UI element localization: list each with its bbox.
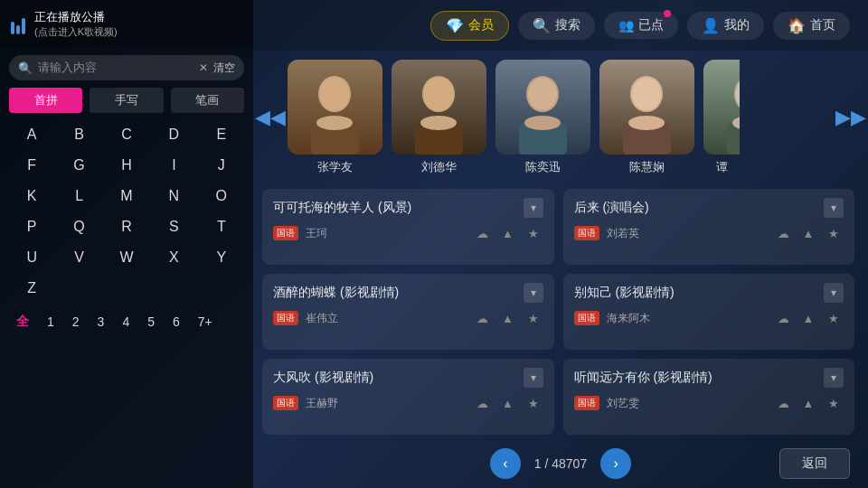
play-icon-5[interactable]: ▲: [498, 393, 518, 413]
download-icon-6[interactable]: ☁: [773, 393, 793, 413]
key-all[interactable]: 全: [9, 308, 36, 335]
song-expand-5[interactable]: ▾: [524, 368, 543, 388]
key-P[interactable]: P: [9, 212, 54, 241]
lang-badge-2: 国语: [574, 226, 599, 240]
song-item-4[interactable]: 别知己 (影视剧情) ▾ 国语 海来阿木 ☁ ▲ ★: [563, 274, 855, 350]
download-icon-3[interactable]: ☁: [473, 308, 493, 328]
clear-x-icon[interactable]: ✕: [199, 61, 208, 74]
song-expand-6[interactable]: ▾: [824, 368, 844, 388]
mine-button[interactable]: 👤 我的: [687, 12, 764, 40]
star-icon-4[interactable]: ★: [824, 308, 844, 328]
search-nav-button[interactable]: 🔍 搜索: [518, 12, 595, 40]
song-expand-4[interactable]: ▾: [824, 283, 844, 303]
song-item-1[interactable]: 可可托海的牧羊人 (风景) ▾ 国语 王珂 ☁ ▲ ★: [262, 189, 554, 265]
star-icon-3[interactable]: ★: [524, 308, 543, 328]
key-J[interactable]: J: [199, 151, 244, 180]
artist-name-3: 陈奕迅: [495, 159, 590, 175]
queued-button[interactable]: 👥 已点: [604, 12, 678, 39]
key-U[interactable]: U: [9, 243, 54, 272]
star-icon-5[interactable]: ★: [524, 393, 543, 413]
key-D[interactable]: D: [151, 120, 196, 149]
pinyin-button[interactable]: 首拼: [9, 88, 82, 113]
play-icon-2[interactable]: ▲: [798, 223, 818, 243]
key-L[interactable]: L: [56, 182, 101, 211]
home-icon: 🏠: [788, 17, 806, 34]
key-Q[interactable]: Q: [56, 212, 101, 241]
song-expand-3[interactable]: ▾: [524, 283, 543, 303]
song-title-1: 可可托海的牧羊人 (风景): [273, 200, 524, 216]
key-5[interactable]: 5: [140, 309, 162, 334]
stroke-button[interactable]: 笔画: [171, 88, 244, 113]
key-T[interactable]: T: [199, 212, 244, 241]
key-7plus[interactable]: 7+: [191, 309, 220, 334]
key-S[interactable]: S: [151, 212, 196, 241]
star-icon-1[interactable]: ★: [524, 223, 543, 243]
download-icon-5[interactable]: ☁: [473, 393, 493, 413]
artist-card-4[interactable]: 陈慧娴: [599, 60, 694, 175]
key-N[interactable]: N: [151, 182, 196, 211]
key-K[interactable]: K: [9, 182, 54, 211]
audio-bars-icon: [11, 14, 25, 34]
artist-card-5[interactable]: 谭: [703, 60, 740, 175]
key-6[interactable]: 6: [165, 309, 187, 334]
clear-button[interactable]: 清空: [213, 61, 235, 76]
key-Y[interactable]: Y: [199, 243, 244, 272]
artist-photo-3: [495, 60, 590, 155]
star-icon-6[interactable]: ★: [824, 393, 844, 413]
song-item-3[interactable]: 酒醉的蝴蝶 (影视剧情) ▾ 国语 崔伟立 ☁ ▲ ★: [262, 274, 554, 350]
now-playing[interactable]: 正在播放公播 (点击进入K歌视频): [0, 0, 253, 48]
key-F[interactable]: F: [9, 151, 54, 180]
play-icon-3[interactable]: ▲: [498, 308, 518, 328]
download-icon-2[interactable]: ☁: [773, 223, 793, 243]
play-icon-1[interactable]: ▲: [498, 223, 518, 243]
play-icon-4[interactable]: ▲: [798, 308, 818, 328]
key-2[interactable]: 2: [65, 309, 87, 334]
artist-card-2[interactable]: 刘德华: [392, 60, 486, 175]
artist-card-3[interactable]: 陈奕迅: [495, 60, 590, 175]
key-V[interactable]: V: [56, 243, 101, 272]
carousel-next-button[interactable]: ▶▶: [834, 90, 868, 145]
svg-point-2: [320, 78, 349, 110]
song-item-2[interactable]: 后来 (演唱会) ▾ 国语 刘若英 ☁ ▲ ★: [563, 189, 855, 265]
song-artist-6: 刘艺雯: [607, 396, 767, 411]
top-navigation: 💎 会员 🔍 搜索 👥 已点 👤 我的 🏠 首页: [253, 0, 868, 51]
key-A[interactable]: A: [9, 120, 54, 149]
key-W[interactable]: W: [104, 243, 149, 272]
song-expand-2[interactable]: ▾: [824, 198, 844, 218]
key-R[interactable]: R: [104, 212, 149, 241]
key-3[interactable]: 3: [90, 309, 112, 334]
key-M[interactable]: M: [104, 182, 149, 211]
diamond-icon: 💎: [446, 17, 464, 34]
key-4[interactable]: 4: [115, 309, 137, 334]
handwrite-button[interactable]: 手写: [90, 88, 163, 113]
download-icon-4[interactable]: ☁: [773, 308, 793, 328]
svg-point-4: [316, 116, 353, 130]
key-E[interactable]: E: [199, 120, 244, 149]
total-pages: 48707: [552, 456, 587, 471]
key-G[interactable]: G: [56, 151, 101, 180]
song-item-5[interactable]: 大风吹 (影视剧情) ▾ 国语 王赫野 ☁ ▲ ★: [262, 359, 554, 435]
key-B[interactable]: B: [56, 120, 101, 149]
song-title-4: 别知己 (影视剧情): [574, 285, 825, 301]
song-expand-1[interactable]: ▾: [524, 198, 543, 218]
key-1[interactable]: 1: [40, 309, 61, 334]
key-I[interactable]: I: [151, 151, 196, 180]
key-C[interactable]: C: [104, 120, 149, 149]
home-button[interactable]: 🏠 首页: [773, 12, 850, 40]
key-X[interactable]: X: [151, 243, 196, 272]
next-page-button[interactable]: ›: [600, 448, 631, 479]
artist-card-1[interactable]: 张学友: [288, 60, 382, 175]
star-icon-2[interactable]: ★: [824, 223, 844, 243]
download-icon-1[interactable]: ☁: [473, 223, 493, 243]
key-Z[interactable]: Z: [9, 274, 54, 303]
play-icon-6[interactable]: ▲: [798, 393, 818, 413]
carousel-prev-button[interactable]: ◀◀: [253, 90, 288, 145]
member-button[interactable]: 💎 会员: [430, 11, 509, 41]
prev-page-button[interactable]: ‹: [490, 448, 521, 479]
song-item-6[interactable]: 听闻远方有你 (影视剧情) ▾ 国语 刘艺雯 ☁ ▲ ★: [563, 359, 855, 435]
search-bar[interactable]: 🔍 请输入内容 ✕ 清空: [9, 55, 244, 80]
key-O[interactable]: O: [199, 182, 244, 211]
return-button[interactable]: 返回: [779, 448, 850, 479]
lang-badge-4: 国语: [574, 311, 599, 325]
key-H[interactable]: H: [104, 151, 149, 180]
